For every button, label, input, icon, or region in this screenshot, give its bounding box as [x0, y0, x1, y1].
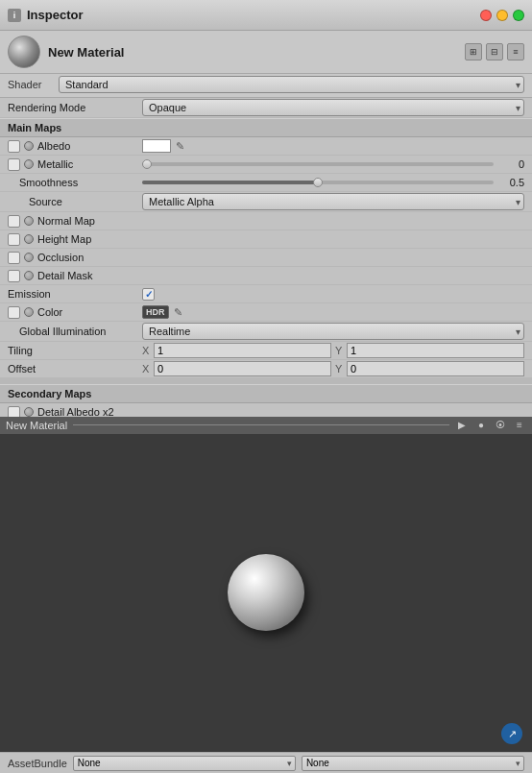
asset-bundle-bar: AssetBundle None None: [0, 752, 532, 773]
occlusion-map-row: Occlusion: [8, 252, 142, 264]
detail-mask-checkbox[interactable]: [8, 270, 20, 282]
global-illumination-dropdown[interactable]: Realtime: [142, 323, 524, 340]
main-offset-value: X Y: [142, 361, 524, 376]
main-offset-y-field: Y: [335, 361, 524, 376]
rendering-mode-row: Rendering Mode Opaque: [0, 98, 532, 118]
color-dot: [24, 307, 34, 317]
smoothness-row: Smoothness 0.5: [0, 174, 532, 192]
albedo-color-swatch[interactable]: [142, 139, 171, 153]
normal-map-map-row: Normal Map: [8, 215, 142, 228]
main-offset-x-input[interactable]: [154, 361, 331, 376]
smoothness-label: Smoothness: [8, 177, 142, 188]
metallic-label: Metallic: [8, 158, 142, 171]
smoothness-slider-row: 0.5: [142, 177, 524, 188]
asset-bundle-dropdown-wrapper-1: None: [73, 756, 296, 771]
emission-checkbox[interactable]: [142, 288, 155, 301]
menu-icon-button[interactable]: ≡: [507, 43, 524, 60]
global-illumination-row: Global Illumination Realtime: [0, 322, 532, 342]
inspector-content: Rendering Mode Opaque Main Maps Albedo: [0, 98, 532, 417]
normal-map-dot: [24, 216, 34, 226]
height-map-text: Height Map: [37, 233, 91, 245]
preview-dot-icon[interactable]: ●: [474, 419, 488, 432]
metallic-text: Metallic: [37, 158, 73, 170]
albedo-row: Albedo ✎: [0, 137, 532, 156]
metallic-slider-thumb: [142, 159, 152, 169]
global-illumination-dropdown-wrapper: Realtime: [142, 323, 524, 340]
main-maps-section: Main Maps: [0, 118, 532, 137]
global-illumination-value: Realtime: [142, 323, 524, 340]
main-tiling-label: Tiling: [8, 345, 142, 356]
metallic-slider-value: 0: [497, 158, 524, 170]
shader-label: Shader: [8, 79, 51, 90]
hdr-badge: HDR: [142, 305, 169, 319]
color-checkbox[interactable]: [8, 306, 20, 319]
albedo-checkbox[interactable]: [8, 140, 20, 153]
detail-albedo-label: Detail Albedo x2: [8, 406, 142, 417]
occlusion-checkbox[interactable]: [8, 252, 20, 264]
material-header-icons: ⊞ ⊟ ≡: [465, 43, 524, 60]
maximize-button[interactable]: [513, 10, 524, 21]
metallic-checkbox[interactable]: [8, 158, 20, 171]
smoothness-slider-track[interactable]: [142, 181, 494, 184]
preview-bar-line: [73, 424, 449, 425]
main-tiling-value: X Y: [142, 343, 524, 358]
asset-bundle-label: AssetBundle: [8, 758, 67, 769]
main-offset-row: Offset X Y: [0, 360, 532, 378]
title-bar-left: i Inspector: [8, 8, 84, 22]
detail-albedo-row: Detail Albedo x2: [0, 403, 532, 417]
shader-dropdown[interactable]: Standard: [59, 76, 524, 93]
albedo-value: ✎: [142, 139, 524, 153]
height-map-dot: [24, 234, 34, 244]
rendering-mode-dropdown[interactable]: Opaque: [142, 99, 524, 116]
shader-dropdown-wrapper: Standard: [59, 76, 524, 93]
layout-icon-button[interactable]: ⊟: [486, 43, 503, 60]
color-edit-icon[interactable]: ✎: [174, 306, 182, 319]
detail-albedo-checkbox[interactable]: [8, 406, 20, 417]
albedo-label: Albedo: [8, 140, 142, 153]
occlusion-text: Occlusion: [37, 252, 84, 263]
material-name: New Material: [48, 45, 124, 60]
preview-info-icon[interactable]: ↗: [501, 723, 522, 744]
emission-checkbox-value: [142, 288, 524, 301]
normal-map-checkbox[interactable]: [8, 215, 20, 228]
preview-menu-icon[interactable]: ≡: [513, 419, 526, 432]
height-map-map-row: Height Map: [8, 233, 142, 246]
asset-bundle-dropdown-2[interactable]: None: [302, 756, 524, 771]
height-map-label: Height Map: [8, 233, 142, 246]
albedo-edit-icon[interactable]: ✎: [176, 140, 184, 153]
main-tiling-y-label: Y: [335, 345, 345, 356]
minimize-button[interactable]: [496, 10, 508, 21]
select-icon-button[interactable]: ⊞: [465, 43, 482, 60]
color-text: Color: [37, 306, 62, 318]
main-offset-xy: X Y: [142, 361, 524, 376]
secondary-maps-section: Secondary Maps: [0, 384, 532, 403]
main-tiling-x-input[interactable]: [154, 343, 331, 358]
main-tiling-row: Tiling X Y: [0, 342, 532, 360]
preview-play-icon[interactable]: ▶: [455, 419, 469, 432]
detail-albedo-text: Detail Albedo x2: [37, 406, 114, 417]
detail-mask-row: Detail Mask: [0, 267, 532, 285]
main-offset-y-input[interactable]: [347, 361, 524, 376]
detail-albedo-dot: [24, 407, 34, 417]
main-tiling-y-input[interactable]: [347, 343, 524, 358]
metallic-value: 0: [142, 158, 524, 170]
preview-bar: New Material ▶ ● ⦿ ≡: [0, 417, 532, 434]
albedo-map-row: Albedo: [8, 140, 142, 153]
metallic-slider-track[interactable]: [142, 162, 494, 166]
source-label: Source: [8, 196, 142, 207]
preview-dots-icon[interactable]: ⦿: [494, 419, 507, 432]
preview-bar-label: New Material: [6, 420, 67, 431]
title-bar: i Inspector: [0, 0, 532, 31]
occlusion-label: Occlusion: [8, 252, 142, 264]
inspector-icon: i: [8, 9, 21, 22]
shader-row: Shader Standard: [0, 74, 532, 98]
detail-mask-dot: [24, 271, 34, 280]
source-dropdown[interactable]: Metallic Alpha: [142, 193, 524, 210]
main-tiling-y-field: Y: [335, 343, 524, 358]
smoothness-slider-fill: [142, 181, 318, 184]
asset-bundle-dropdown-1[interactable]: None: [73, 756, 296, 771]
close-button[interactable]: [480, 10, 492, 21]
normal-map-label: Normal Map: [8, 215, 142, 228]
height-map-checkbox[interactable]: [8, 233, 20, 246]
smoothness-slider-thumb: [313, 178, 323, 187]
